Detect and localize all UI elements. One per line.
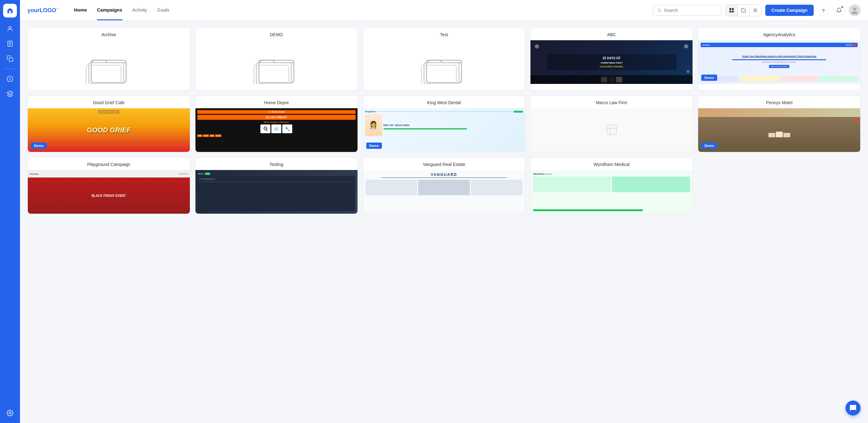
playground-text: BLACK FRIDAY EVENT <box>91 194 126 197</box>
card-title-vanguard: Vanguard Real Estate <box>363 158 525 170</box>
topbar-right: Create Campaign ? <box>653 4 861 16</box>
card-image-testing: TEST LIVE I'm looking for... <box>195 170 358 214</box>
bell-icon <box>836 7 842 13</box>
content-area: Archive DEMO <box>20 21 868 423</box>
svg-point-0 <box>9 27 11 29</box>
svg-rect-25 <box>424 63 459 84</box>
campaign-card-good-grief[interactable]: Good Grief Cafe GOOD GRIEF Good Grief Ca… <box>28 95 190 152</box>
dental-text: MEET DR. VENUS SOBHI <box>383 124 523 127</box>
campaign-card-demo[interactable]: DEMO <box>195 28 358 91</box>
question-icon: ? <box>822 8 825 13</box>
user-avatar[interactable] <box>849 4 861 16</box>
view-folder-button[interactable] <box>738 5 749 16</box>
svg-rect-22 <box>256 63 291 84</box>
card-title-king-west-dental: King West Dental <box>363 96 525 108</box>
logo-brand: LOGO <box>40 7 56 13</box>
notifications-button[interactable] <box>833 4 845 16</box>
notification-dot <box>841 6 843 8</box>
search-box[interactable] <box>653 5 721 15</box>
card-image-agency: Analytics Scale Your Marketing Agency wi… <box>698 40 860 84</box>
card-title-wyndham: Wyndham Medical <box>530 158 692 170</box>
campaign-grid: Archive DEMO <box>28 28 861 214</box>
help-button[interactable]: ? <box>817 4 829 16</box>
svg-rect-13 <box>732 10 734 12</box>
logo-your: your <box>28 7 40 13</box>
card-title-testing: Testing <box>195 158 358 170</box>
sidebar-divider <box>4 69 16 69</box>
svg-rect-12 <box>730 10 731 12</box>
create-campaign-button[interactable]: Create Campaign <box>765 5 814 16</box>
folder-icon-test <box>363 40 525 90</box>
svg-rect-10 <box>730 8 731 10</box>
sidebar-home-button[interactable] <box>3 4 17 18</box>
card-image-playground: Parkway BLACK FRIDAY EVENT <box>28 170 190 214</box>
card-image-abc: ❄ ❄ ❄ 25 DAYS OF CHRISTMAS PAST UNLOCKED… <box>530 40 692 84</box>
card-image-good-grief: GOOD GRIEF Good Grief Cafe Demo <box>28 108 190 152</box>
card-title-marco-law: Marco Law Firm <box>530 96 692 108</box>
campaign-card-playground[interactable]: Playground Campaign Parkway BLACK FRIDAY… <box>28 157 190 214</box>
demo-badge-dental: Demo <box>366 142 382 149</box>
tab-home[interactable]: Home <box>74 0 87 20</box>
card-title-demo: DEMO <box>195 28 358 40</box>
campaign-card-archive[interactable]: Archive <box>28 28 190 91</box>
sidebar-icon-billing[interactable] <box>4 73 16 85</box>
campaign-card-marco-law[interactable]: Marco Law Firm <box>530 95 693 152</box>
nav-tabs: Home Campaigns Activity Goals <box>74 0 653 20</box>
tab-activity[interactable]: Activity <box>132 0 147 20</box>
folder-icon-archive <box>28 40 190 90</box>
tab-campaigns[interactable]: Campaigns <box>97 0 122 20</box>
search-input[interactable] <box>664 8 717 13</box>
search-icon <box>657 8 661 12</box>
card-title-home-depot: Home Depot <box>195 96 358 108</box>
svg-line-9 <box>660 11 661 11</box>
chat-button[interactable] <box>845 400 861 416</box>
card-image-marco <box>530 108 692 152</box>
demo-badge-pennys: Demo <box>701 142 717 149</box>
campaign-card-testing[interactable]: Testing TEST LIVE I'm looking for... <box>195 157 358 214</box>
campaign-card-pennys-motel[interactable]: Pennys Motel Demo <box>698 95 861 152</box>
campaign-card-king-west-dental[interactable]: King West Dental kingwest 👩‍⚕️ MEET DR. … <box>363 95 525 152</box>
campaign-card-abc[interactable]: ABC ❄ ❄ ❄ 25 DAYS OF CHRISTMAS PAST UNLO… <box>530 28 693 91</box>
tab-goals[interactable]: Goals <box>157 0 169 20</box>
card-image-king-west-dental: kingwest 👩‍⚕️ MEET DR. VENUS SOBHI <box>363 108 525 152</box>
svg-rect-11 <box>732 8 734 10</box>
card-title-archive: Archive <box>28 28 190 40</box>
campaign-card-test[interactable]: Test <box>363 28 525 91</box>
logo: yourLOGO™ <box>28 7 59 14</box>
campaign-card-vanguard[interactable]: Vanguard Real Estate VANGUARD <box>363 157 525 214</box>
view-toggle <box>725 4 762 16</box>
cafe-text: GOOD GRIEF <box>87 126 131 134</box>
card-image-wyndham: Wyndham Medical <box>530 170 692 214</box>
folder-icon-demo <box>195 40 358 90</box>
view-list-button[interactable] <box>749 5 761 16</box>
svg-rect-5 <box>9 58 13 61</box>
sidebar <box>0 0 20 423</box>
card-image-vanguard: VANGUARD <box>363 170 525 214</box>
card-title-test: Test <box>363 28 525 40</box>
card-title-pennys-motel: Pennys Motel <box>698 96 860 108</box>
sidebar-icon-settings[interactable] <box>4 407 16 419</box>
svg-point-17 <box>853 7 856 10</box>
svg-rect-27 <box>607 125 616 134</box>
demo-badge-agency: Demo <box>701 74 717 81</box>
svg-rect-19 <box>89 63 124 84</box>
svg-point-8 <box>658 9 660 11</box>
topbar: yourLOGO™ Home Campaigns Activity Goals <box>20 0 868 21</box>
view-grid-button[interactable] <box>725 5 738 16</box>
demo-badge-good-grief: Demo <box>31 142 47 149</box>
sidebar-icon-users[interactable] <box>4 23 16 35</box>
vanguard-text: VANGUARD <box>366 172 523 177</box>
testing-text: I'm looking for... <box>199 177 354 180</box>
sidebar-icon-plugins[interactable] <box>4 88 16 100</box>
card-title-playground: Playground Campaign <box>28 158 190 170</box>
campaign-card-wyndham[interactable]: Wyndham Medical Wyndham Medical <box>530 157 693 214</box>
sidebar-icon-reports[interactable] <box>4 37 16 50</box>
campaign-card-home-depot[interactable]: Home Depot 🏠 Home Depot BLACK FRIDAY Bla… <box>195 95 358 152</box>
card-image-pennys-motel: Demo <box>698 108 860 152</box>
card-title-abc: ABC <box>530 28 692 40</box>
campaign-card-agency-analytics[interactable]: AgencyAnalytics Analytics Scale Your Mar… <box>698 28 861 91</box>
sidebar-icon-copy[interactable] <box>4 53 16 65</box>
main-content: yourLOGO™ Home Campaigns Activity Goals <box>20 0 868 423</box>
card-title-agency-analytics: AgencyAnalytics <box>698 28 860 40</box>
card-image-home-depot: 🏠 Home Depot BLACK FRIDAY Black Friday i… <box>195 108 358 152</box>
